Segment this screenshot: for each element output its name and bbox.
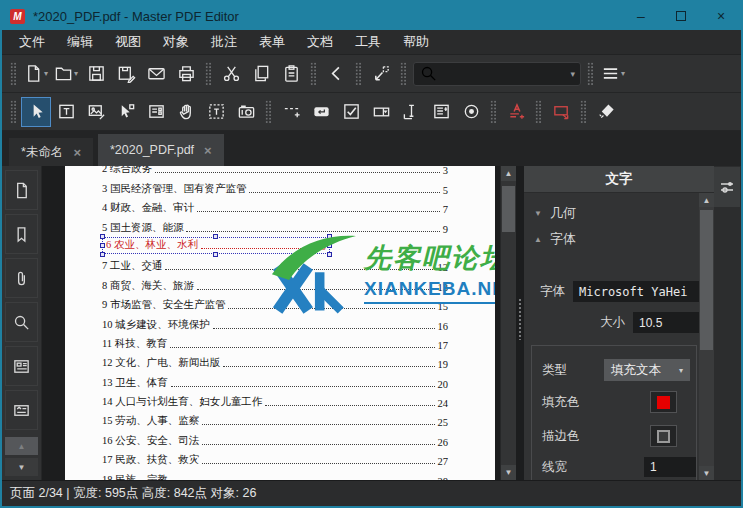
toc-row[interactable]: 4 财政、金融、审计7 (102, 198, 448, 217)
tab-close-icon[interactable]: × (73, 145, 81, 160)
sidebar-search-button[interactable] (5, 302, 38, 342)
toc-row[interactable]: 2 综合政务3 (102, 166, 448, 178)
search-box[interactable]: ▾ (413, 62, 581, 86)
stroke-color-swatch[interactable] (650, 425, 677, 447)
form-properties-button[interactable] (141, 97, 171, 127)
menu-item-1[interactable]: 编辑 (56, 30, 104, 54)
add-form-field-button[interactable] (276, 97, 306, 127)
tab-1[interactable]: *2020_PDF.pdf× (98, 134, 224, 166)
toc-row[interactable]: 18 民族、宗教28 (102, 469, 448, 480)
maximize-button[interactable] (661, 2, 701, 30)
toc-leader-dots (265, 405, 434, 406)
snapshot-button[interactable] (231, 97, 261, 127)
edit-path-button[interactable] (111, 97, 141, 127)
document-scrollbar[interactable]: ▲ ▼ (500, 166, 516, 480)
line-width-field[interactable]: 1 (644, 457, 696, 477)
radio-button-button[interactable] (456, 97, 486, 127)
add-form-field-icon (282, 102, 301, 121)
rect-annotation-button[interactable] (546, 97, 576, 127)
menu-item-5[interactable]: 表单 (248, 30, 296, 54)
search-mag-icon (419, 64, 438, 83)
toc-row[interactable]: 12 文化、广电、新闻出版19 (102, 353, 448, 372)
panel-scrollbar-thumb[interactable] (700, 210, 713, 350)
menu-item-8[interactable]: 帮助 (392, 30, 440, 54)
scrollbar-thumb[interactable] (502, 186, 515, 232)
edit-text-button[interactable] (51, 97, 81, 127)
group-geometry[interactable]: ▼ 几何 (534, 204, 576, 222)
combo-box-button[interactable] (366, 97, 396, 127)
menu-item-2[interactable]: 视图 (104, 30, 152, 54)
sidebar-scroll-up-icon[interactable]: ▲ (5, 437, 38, 455)
select-button[interactable] (21, 97, 51, 127)
sidebar-scroll-down-icon[interactable]: ▼ (5, 458, 38, 476)
sidebar-pages-button[interactable] (5, 170, 38, 210)
save-button[interactable] (81, 59, 111, 89)
close-button[interactable]: × (701, 2, 741, 30)
text-annotation-button[interactable] (501, 97, 531, 127)
selection-handle-ml[interactable] (100, 243, 105, 248)
paste-button[interactable] (276, 59, 306, 89)
toc-row[interactable]: 16 公安、安全、司法26 (102, 430, 448, 449)
sidebar-signature-button[interactable] (5, 390, 38, 430)
selection-handle-tl[interactable] (100, 234, 105, 239)
window-title: *2020_PDF.pdf - Master PDF Editor (33, 9, 239, 24)
scroll-down-icon[interactable]: ▼ (501, 465, 516, 480)
toc-row[interactable]: 13 卫生、体育20 (102, 372, 448, 391)
panel-scrollbar[interactable]: ▲ ▼ (699, 193, 714, 480)
tab-close-icon[interactable]: × (204, 143, 212, 158)
group-font[interactable]: ▲ 字体 (534, 230, 576, 248)
panel-splitter[interactable] (518, 298, 523, 340)
panel-scroll-up-icon[interactable]: ▲ (699, 193, 714, 207)
sidebar-attachments-button[interactable] (5, 258, 38, 298)
select-text-button[interactable] (201, 97, 231, 127)
cut-button[interactable] (216, 59, 246, 89)
sidebar-form-fields-button[interactable] (5, 346, 38, 386)
menu-item-4[interactable]: 批注 (200, 30, 248, 54)
toc-row[interactable]: 11 科技、教育17 (102, 334, 448, 353)
hand-button[interactable] (171, 97, 201, 127)
minimize-button[interactable]: – (621, 2, 661, 30)
selection-handle-bl[interactable] (100, 252, 105, 257)
fill-color-swatch[interactable] (650, 391, 677, 413)
font-size-field[interactable]: 10.5 (633, 312, 699, 333)
open-folder-button[interactable]: ▾ (51, 59, 81, 89)
toc-leader-dots (249, 192, 439, 193)
text-field-button[interactable] (396, 97, 426, 127)
title-bar[interactable]: M *2020_PDF.pdf - Master PDF Editor – × (2, 2, 741, 30)
sidebar-bookmarks-button[interactable] (5, 214, 38, 254)
new-document-button[interactable]: ▾ (21, 59, 51, 89)
list-box-button[interactable] (426, 97, 456, 127)
print-button[interactable] (171, 59, 201, 89)
selection-handle-tc[interactable] (213, 234, 218, 239)
font-name-field[interactable]: Microsoft YaHei (573, 281, 699, 302)
menu-item-0[interactable]: 文件 (8, 30, 56, 54)
rect-annotation-icon (552, 102, 571, 121)
caret-down-icon[interactable]: ▾ (571, 69, 576, 79)
toc-row[interactable]: 17 民政、扶贫、救灾27 (102, 450, 448, 469)
type-dropdown[interactable]: 填充文本 ▾ (604, 359, 690, 381)
push-button-button[interactable] (306, 97, 336, 127)
toc-row[interactable]: 14 人口与计划生育、妇女儿童工作24 (102, 392, 448, 411)
save-as-button[interactable] (111, 59, 141, 89)
menu-button[interactable]: ▾ (598, 59, 628, 89)
panel-scroll-down-icon[interactable]: ▼ (699, 466, 714, 480)
menu-item-6[interactable]: 文档 (296, 30, 344, 54)
menu-item-3[interactable]: 对象 (152, 30, 200, 54)
selection-handle-bc[interactable] (213, 252, 218, 257)
edit-image-button[interactable] (81, 97, 111, 127)
fit-page-button[interactable] (366, 59, 396, 89)
panel-body: ▼ 几何 ▲ 字体 字体 Microsoft YaHei 大小 10.5 (524, 193, 714, 480)
email-button[interactable] (141, 59, 171, 89)
back-button[interactable] (321, 59, 351, 89)
toc-row[interactable]: 3 国民经济管理、国有资产监管5 (102, 178, 448, 197)
toc-row[interactable]: 15 劳动、人事、监察25 (102, 411, 448, 430)
search-input[interactable] (438, 67, 570, 81)
pdf-page[interactable]: 2 综合政务33 国民经济管理、国有资产监管54 财政、金融、审计75 国土资源… (65, 166, 495, 480)
checkbox-button[interactable] (336, 97, 366, 127)
properties-toggle-tab[interactable] (714, 167, 740, 207)
eraser-button[interactable] (591, 97, 621, 127)
scroll-up-icon[interactable]: ▲ (501, 166, 516, 181)
tab-0[interactable]: *未命名× (9, 138, 93, 166)
copy-button[interactable] (246, 59, 276, 89)
menu-item-7[interactable]: 工具 (344, 30, 392, 54)
